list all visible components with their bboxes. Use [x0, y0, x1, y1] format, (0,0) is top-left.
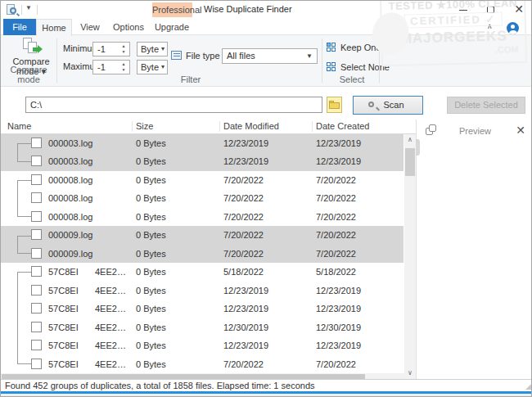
table-row[interactable]: 000003.log0 Bytes12/23/201912/23/2019: [1, 152, 404, 170]
table-row[interactable]: 57C8EI4EE2…0 Bytes7/20/20227/20/2022: [1, 355, 404, 373]
file-size: 0 Bytes: [136, 245, 166, 263]
file-type-dropdown[interactable]: All files ▼: [222, 48, 318, 64]
row-checkbox[interactable]: [31, 211, 42, 222]
maximum-spinner[interactable]: -1 ▲▼: [92, 60, 130, 74]
window-title: Wise Duplicate Finder: [204, 4, 292, 14]
chevron-down-icon: ▾: [161, 43, 165, 56]
date-modified: 5/18/2022: [223, 263, 264, 281]
file-name-fragment: 4EE2…: [95, 355, 126, 373]
chevron-down-icon: ▼: [306, 49, 313, 63]
date-created: 7/20/2022: [316, 208, 356, 226]
spinner-arrows-icon[interactable]: ▲▼: [119, 61, 128, 73]
vertical-scrollbar[interactable]: ∧ ∨: [404, 134, 416, 379]
preview-title: Preview: [417, 126, 532, 136]
row-checkbox[interactable]: [31, 248, 42, 259]
date-created: 7/20/2022: [316, 355, 356, 373]
table-row[interactable]: 57C8EI4EE2…0 Bytes12/23/201912/23/2019: [1, 336, 404, 354]
row-checkbox[interactable]: [31, 229, 42, 240]
file-name: 000009.log: [48, 226, 92, 244]
table-row[interactable]: 57C8EI4EE2…0 Bytes5/18/20225/18/2022: [1, 263, 404, 281]
panel-splitter-handle[interactable]: [416, 139, 420, 156]
majorgeeks-watermark: TESTED ★100% CLEAN CERTIFIED ✓ MAJORGEEK…: [380, 0, 527, 66]
compare-pages-icon: [22, 38, 42, 56]
file-size: 0 Bytes: [136, 355, 166, 373]
scroll-up-icon[interactable]: ∧: [404, 134, 416, 146]
file-name-fragment: 4EE2…: [95, 282, 126, 300]
tab-file[interactable]: File: [3, 19, 36, 35]
date-created: 7/20/2022: [316, 245, 356, 263]
tab-options[interactable]: Options: [108, 19, 149, 35]
resize-grip-icon[interactable]: ◢: [525, 382, 531, 390]
scroll-down-icon[interactable]: ∨: [404, 368, 416, 379]
file-name-fragment: 4EE2…: [95, 318, 126, 336]
table-row[interactable]: 000008.log0 Bytes7/20/20227/20/2022: [1, 171, 404, 189]
date-modified: 12/23/2019: [223, 300, 268, 318]
tab-home[interactable]: Home: [36, 19, 72, 36]
row-checkbox[interactable]: [31, 285, 42, 295]
row-checkbox[interactable]: [31, 340, 42, 350]
row-checkbox[interactable]: [31, 156, 42, 166]
column-header-date-modified[interactable]: Date Modified: [223, 120, 279, 133]
divider: [21, 5, 22, 15]
table-row[interactable]: 000009.log0 Bytes7/20/20227/20/2022: [1, 226, 404, 244]
column-header-name[interactable]: Name: [7, 120, 31, 133]
date-created: 7/20/2022: [316, 171, 356, 189]
row-checkbox[interactable]: [31, 303, 42, 314]
row-checkbox[interactable]: [31, 266, 42, 277]
grid-squares-icon: [327, 62, 336, 72]
table-row[interactable]: 57C8EI4EE2…0 Bytes12/23/201912/23/2019: [1, 300, 404, 318]
app-window: ▼ Professional Wise Duplicate Finder ✕ F…: [0, 0, 532, 397]
file-name: 000003.log: [48, 134, 92, 152]
preview-close-icon[interactable]: ✕: [516, 124, 525, 137]
minimum-unit-dropdown[interactable]: Byte▾: [137, 42, 168, 56]
spinner-arrows-icon[interactable]: ▲▼: [119, 43, 128, 55]
table-row[interactable]: 000008.log0 Bytes7/20/20227/20/2022: [1, 208, 404, 226]
row-checkbox[interactable]: [31, 174, 42, 185]
table-row[interactable]: 000003.log0 Bytes12/23/201912/23/2019: [1, 134, 404, 152]
table-row[interactable]: 000008.log0 Bytes7/20/20227/20/2022: [1, 189, 404, 207]
date-created: 12/23/2019: [316, 282, 361, 300]
quick-access-caret-icon[interactable]: ▼: [25, 4, 32, 11]
minimum-spinner[interactable]: -1 ▲▼: [92, 42, 130, 56]
row-checkbox[interactable]: [31, 192, 42, 203]
tab-view[interactable]: View: [72, 19, 108, 35]
column-header-date-created[interactable]: Date Created: [316, 120, 369, 133]
date-created: 12/23/2019: [316, 134, 361, 152]
file-type-value: All files: [227, 49, 255, 63]
date-created: 12/23/2019: [316, 300, 361, 318]
file-size: 0 Bytes: [136, 189, 166, 207]
date-modified: 7/20/2022: [223, 226, 264, 244]
maximum-unit-dropdown[interactable]: Byte▾: [137, 60, 168, 74]
table-row[interactable]: 57C8EI4EE2…0 Bytes12/23/201912/23/2019: [1, 282, 404, 300]
table-header: Name Size Date Modified Date Created: [1, 120, 417, 134]
scan-button[interactable]: Scan: [353, 96, 423, 115]
date-created: 12/23/2019: [316, 152, 361, 170]
row-checkbox[interactable]: [31, 322, 42, 332]
minimum-value: -1: [97, 43, 106, 56]
grid-squares-icon: [327, 43, 336, 52]
delete-selected-button[interactable]: Delete Selected: [447, 97, 525, 114]
duplicate-group: 000008.log0 Bytes7/20/20227/20/202200000…: [1, 171, 404, 226]
row-checkbox[interactable]: [31, 359, 42, 369]
file-name: 57C8EI: [48, 300, 79, 318]
chevron-down-icon: ▾: [161, 61, 165, 74]
table-row[interactable]: 57C8EI4EE2…0 Bytes12/30/201912/30/2019: [1, 318, 404, 336]
row-checkbox[interactable]: [31, 138, 42, 148]
scrollbar-thumb[interactable]: [405, 148, 415, 176]
file-type-icon: [171, 51, 182, 60]
tab-upgrade[interactable]: Upgrade: [149, 19, 195, 35]
status-bar: Found 452 groups of duplicates, a total …: [1, 379, 532, 391]
file-size: 0 Bytes: [136, 152, 166, 170]
scan-path-input[interactable]: [25, 97, 322, 113]
browse-folder-button[interactable]: [327, 97, 342, 113]
date-modified: 12/23/2019: [223, 134, 268, 152]
duplicate-group: 000003.log0 Bytes12/23/201912/23/2019000…: [1, 134, 404, 171]
column-header-size[interactable]: Size: [136, 120, 153, 133]
table-row[interactable]: 000009.log0 Bytes7/20/20227/20/2022: [1, 245, 404, 263]
duplicate-group: 000009.log0 Bytes7/20/20227/20/202200000…: [1, 226, 404, 263]
file-size: 0 Bytes: [136, 134, 166, 152]
file-size: 0 Bytes: [136, 263, 166, 281]
column-divider: [132, 121, 133, 132]
file-name: 57C8EI: [48, 282, 79, 300]
date-modified: 7/20/2022: [223, 208, 264, 226]
